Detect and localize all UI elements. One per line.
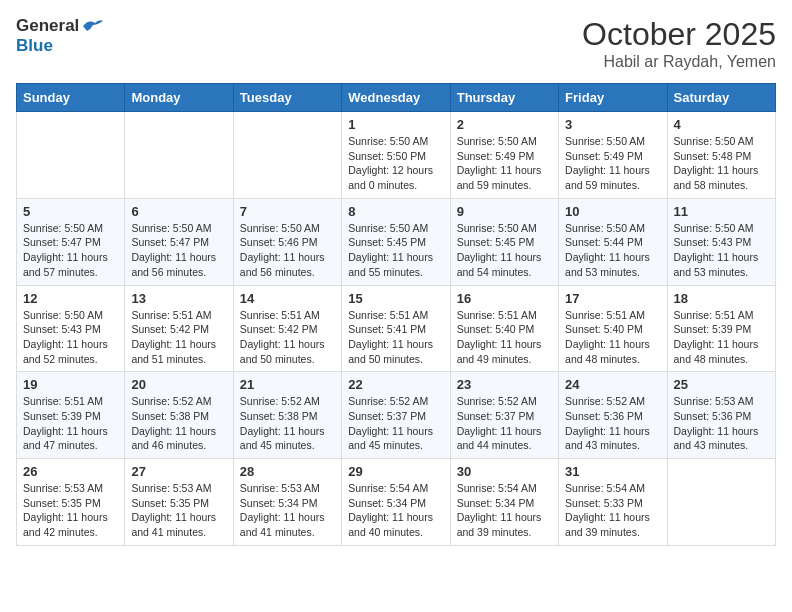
day-info: Sunrise: 5:51 AM Sunset: 5:40 PM Dayligh…	[457, 308, 552, 367]
day-info: Sunrise: 5:51 AM Sunset: 5:39 PM Dayligh…	[23, 394, 118, 453]
logo-blue: Blue	[16, 36, 53, 56]
day-number: 31	[565, 464, 660, 479]
calendar-cell: 29Sunrise: 5:54 AM Sunset: 5:34 PM Dayli…	[342, 459, 450, 546]
weekday-header-saturday: Saturday	[667, 84, 775, 112]
calendar-cell: 16Sunrise: 5:51 AM Sunset: 5:40 PM Dayli…	[450, 285, 558, 372]
day-number: 22	[348, 377, 443, 392]
day-number: 25	[674, 377, 769, 392]
day-info: Sunrise: 5:50 AM Sunset: 5:43 PM Dayligh…	[674, 221, 769, 280]
logo-bird-icon	[81, 17, 103, 35]
day-info: Sunrise: 5:52 AM Sunset: 5:36 PM Dayligh…	[565, 394, 660, 453]
day-info: Sunrise: 5:50 AM Sunset: 5:49 PM Dayligh…	[457, 134, 552, 193]
calendar-cell: 20Sunrise: 5:52 AM Sunset: 5:38 PM Dayli…	[125, 372, 233, 459]
day-number: 16	[457, 291, 552, 306]
day-info: Sunrise: 5:54 AM Sunset: 5:34 PM Dayligh…	[348, 481, 443, 540]
day-number: 17	[565, 291, 660, 306]
calendar-cell: 13Sunrise: 5:51 AM Sunset: 5:42 PM Dayli…	[125, 285, 233, 372]
day-info: Sunrise: 5:54 AM Sunset: 5:33 PM Dayligh…	[565, 481, 660, 540]
calendar-cell	[17, 112, 125, 199]
day-number: 15	[348, 291, 443, 306]
calendar-cell: 10Sunrise: 5:50 AM Sunset: 5:44 PM Dayli…	[559, 198, 667, 285]
calendar-cell	[233, 112, 341, 199]
calendar-cell: 15Sunrise: 5:51 AM Sunset: 5:41 PM Dayli…	[342, 285, 450, 372]
calendar-week-row: 5Sunrise: 5:50 AM Sunset: 5:47 PM Daylig…	[17, 198, 776, 285]
day-number: 2	[457, 117, 552, 132]
day-number: 19	[23, 377, 118, 392]
day-number: 12	[23, 291, 118, 306]
calendar-cell: 31Sunrise: 5:54 AM Sunset: 5:33 PM Dayli…	[559, 459, 667, 546]
calendar-cell: 30Sunrise: 5:54 AM Sunset: 5:34 PM Dayli…	[450, 459, 558, 546]
day-info: Sunrise: 5:50 AM Sunset: 5:44 PM Dayligh…	[565, 221, 660, 280]
day-info: Sunrise: 5:51 AM Sunset: 5:42 PM Dayligh…	[131, 308, 226, 367]
title-block: October 2025 Habil ar Raydah, Yemen	[582, 16, 776, 71]
weekday-header-row: SundayMondayTuesdayWednesdayThursdayFrid…	[17, 84, 776, 112]
day-number: 8	[348, 204, 443, 219]
calendar-cell: 7Sunrise: 5:50 AM Sunset: 5:46 PM Daylig…	[233, 198, 341, 285]
calendar-cell: 21Sunrise: 5:52 AM Sunset: 5:38 PM Dayli…	[233, 372, 341, 459]
day-number: 13	[131, 291, 226, 306]
day-number: 21	[240, 377, 335, 392]
calendar-cell: 8Sunrise: 5:50 AM Sunset: 5:45 PM Daylig…	[342, 198, 450, 285]
calendar-cell: 18Sunrise: 5:51 AM Sunset: 5:39 PM Dayli…	[667, 285, 775, 372]
calendar-cell: 11Sunrise: 5:50 AM Sunset: 5:43 PM Dayli…	[667, 198, 775, 285]
weekday-header-monday: Monday	[125, 84, 233, 112]
day-number: 18	[674, 291, 769, 306]
day-info: Sunrise: 5:50 AM Sunset: 5:49 PM Dayligh…	[565, 134, 660, 193]
day-info: Sunrise: 5:51 AM Sunset: 5:42 PM Dayligh…	[240, 308, 335, 367]
day-info: Sunrise: 5:53 AM Sunset: 5:34 PM Dayligh…	[240, 481, 335, 540]
day-number: 20	[131, 377, 226, 392]
day-number: 7	[240, 204, 335, 219]
calendar-cell	[667, 459, 775, 546]
day-info: Sunrise: 5:50 AM Sunset: 5:47 PM Dayligh…	[131, 221, 226, 280]
day-number: 23	[457, 377, 552, 392]
day-number: 27	[131, 464, 226, 479]
calendar-cell: 25Sunrise: 5:53 AM Sunset: 5:36 PM Dayli…	[667, 372, 775, 459]
calendar-cell: 19Sunrise: 5:51 AM Sunset: 5:39 PM Dayli…	[17, 372, 125, 459]
day-number: 4	[674, 117, 769, 132]
weekday-header-friday: Friday	[559, 84, 667, 112]
calendar-cell: 28Sunrise: 5:53 AM Sunset: 5:34 PM Dayli…	[233, 459, 341, 546]
weekday-header-thursday: Thursday	[450, 84, 558, 112]
calendar-cell: 27Sunrise: 5:53 AM Sunset: 5:35 PM Dayli…	[125, 459, 233, 546]
day-number: 1	[348, 117, 443, 132]
logo-general: General	[16, 16, 79, 36]
calendar-cell: 4Sunrise: 5:50 AM Sunset: 5:48 PM Daylig…	[667, 112, 775, 199]
day-info: Sunrise: 5:51 AM Sunset: 5:41 PM Dayligh…	[348, 308, 443, 367]
day-info: Sunrise: 5:53 AM Sunset: 5:36 PM Dayligh…	[674, 394, 769, 453]
day-info: Sunrise: 5:50 AM Sunset: 5:48 PM Dayligh…	[674, 134, 769, 193]
calendar-cell: 12Sunrise: 5:50 AM Sunset: 5:43 PM Dayli…	[17, 285, 125, 372]
calendar-week-row: 12Sunrise: 5:50 AM Sunset: 5:43 PM Dayli…	[17, 285, 776, 372]
calendar-week-row: 19Sunrise: 5:51 AM Sunset: 5:39 PM Dayli…	[17, 372, 776, 459]
location-title: Habil ar Raydah, Yemen	[582, 53, 776, 71]
day-number: 3	[565, 117, 660, 132]
weekday-header-wednesday: Wednesday	[342, 84, 450, 112]
page-header: General Blue October 2025 Habil ar Rayda…	[16, 16, 776, 71]
calendar-cell: 3Sunrise: 5:50 AM Sunset: 5:49 PM Daylig…	[559, 112, 667, 199]
calendar-cell: 9Sunrise: 5:50 AM Sunset: 5:45 PM Daylig…	[450, 198, 558, 285]
day-number: 24	[565, 377, 660, 392]
calendar-week-row: 1Sunrise: 5:50 AM Sunset: 5:50 PM Daylig…	[17, 112, 776, 199]
day-number: 29	[348, 464, 443, 479]
day-info: Sunrise: 5:52 AM Sunset: 5:37 PM Dayligh…	[457, 394, 552, 453]
calendar-cell	[125, 112, 233, 199]
day-info: Sunrise: 5:50 AM Sunset: 5:50 PM Dayligh…	[348, 134, 443, 193]
calendar-cell: 26Sunrise: 5:53 AM Sunset: 5:35 PM Dayli…	[17, 459, 125, 546]
month-title: October 2025	[582, 16, 776, 53]
weekday-header-sunday: Sunday	[17, 84, 125, 112]
calendar-week-row: 26Sunrise: 5:53 AM Sunset: 5:35 PM Dayli…	[17, 459, 776, 546]
day-info: Sunrise: 5:50 AM Sunset: 5:46 PM Dayligh…	[240, 221, 335, 280]
day-info: Sunrise: 5:52 AM Sunset: 5:38 PM Dayligh…	[240, 394, 335, 453]
day-info: Sunrise: 5:52 AM Sunset: 5:38 PM Dayligh…	[131, 394, 226, 453]
calendar-table: SundayMondayTuesdayWednesdayThursdayFrid…	[16, 83, 776, 546]
calendar-cell: 23Sunrise: 5:52 AM Sunset: 5:37 PM Dayli…	[450, 372, 558, 459]
day-number: 30	[457, 464, 552, 479]
calendar-cell: 5Sunrise: 5:50 AM Sunset: 5:47 PM Daylig…	[17, 198, 125, 285]
day-info: Sunrise: 5:50 AM Sunset: 5:47 PM Dayligh…	[23, 221, 118, 280]
day-info: Sunrise: 5:51 AM Sunset: 5:40 PM Dayligh…	[565, 308, 660, 367]
day-info: Sunrise: 5:50 AM Sunset: 5:45 PM Dayligh…	[348, 221, 443, 280]
day-number: 6	[131, 204, 226, 219]
calendar-cell: 2Sunrise: 5:50 AM Sunset: 5:49 PM Daylig…	[450, 112, 558, 199]
calendar-cell: 1Sunrise: 5:50 AM Sunset: 5:50 PM Daylig…	[342, 112, 450, 199]
day-number: 10	[565, 204, 660, 219]
day-info: Sunrise: 5:50 AM Sunset: 5:45 PM Dayligh…	[457, 221, 552, 280]
